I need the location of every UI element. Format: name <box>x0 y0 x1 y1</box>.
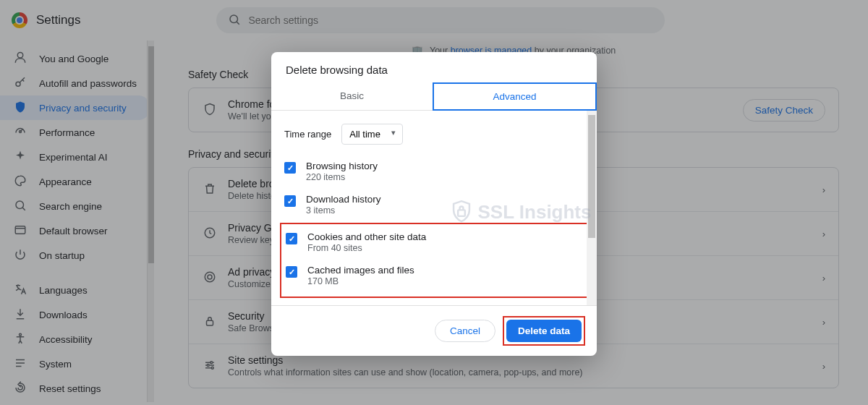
checkbox-browsing-history[interactable]: ✓ <box>284 162 296 174</box>
dialog-body: Time range All time ✓ Browsing history 2… <box>271 111 597 305</box>
option-download-history: ✓ Download history 3 items <box>284 188 584 221</box>
delete-data-button[interactable]: Delete data <box>506 320 582 342</box>
tab-basic[interactable]: Basic <box>271 83 433 110</box>
checkbox-cached-images[interactable]: ✓ <box>286 266 297 278</box>
delete-browsing-data-dialog: Delete browsing data Basic Advanced Time… <box>271 52 597 356</box>
dialog-footer: Cancel Delete data <box>271 305 597 356</box>
option-browsing-history: ✓ Browsing history 220 items <box>284 155 584 188</box>
highlight-annotation-cookies-cache: ✓ Cookies and other site data From 40 si… <box>280 223 588 298</box>
tab-advanced[interactable]: Advanced <box>433 82 597 111</box>
dialog-title: Delete browsing data <box>271 52 597 83</box>
option-cookies: ✓ Cookies and other site data From 40 si… <box>286 226 582 259</box>
option-passwords: ✓ Passwords and other sign-in data 2 pas… <box>284 299 584 305</box>
dialog-scrollbar-thumb[interactable] <box>588 115 595 238</box>
dialog-tabs: Basic Advanced <box>271 83 597 111</box>
cancel-button[interactable]: Cancel <box>435 320 495 342</box>
time-range-label: Time range <box>284 129 331 140</box>
option-cached-images: ✓ Cached images and files 170 MB <box>286 259 582 292</box>
dialog-scrollbar-track[interactable] <box>587 111 597 305</box>
highlight-annotation-delete-button: Delete data <box>503 316 585 346</box>
checkbox-download-history[interactable]: ✓ <box>284 195 296 207</box>
modal-scrim[interactable]: Delete browsing data Basic Advanced Time… <box>0 0 868 405</box>
time-range-select[interactable]: All time <box>341 124 403 145</box>
checkbox-cookies[interactable]: ✓ <box>286 233 297 244</box>
